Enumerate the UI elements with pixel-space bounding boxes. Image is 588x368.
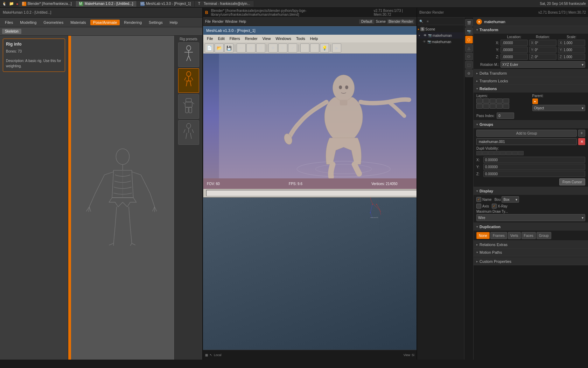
rotation-mode-dropdown[interactable]: XYZ Euler ▾ <box>500 61 585 68</box>
custom-props-header[interactable]: ▸ Custom Properties <box>474 258 588 265</box>
axis-checkbox[interactable] <box>476 204 481 209</box>
dv-4[interactable] <box>494 151 500 155</box>
mh-menu-pose-animate[interactable]: Pose/Animate <box>90 20 120 25</box>
prop-icon-scene[interactable]: 🎬 <box>465 19 473 27</box>
ml-select-all[interactable]: ⊞ <box>246 43 255 53</box>
meshlab-command-input[interactable] <box>206 190 416 196</box>
dupli-y-val[interactable]: 0.00000 <box>483 164 585 170</box>
add-group-plus-btn[interactable]: + <box>578 130 585 137</box>
outline-scene-item[interactable]: ▸ S Scene <box>417 26 464 32</box>
ml-move[interactable]: ✥ <box>268 43 278 53</box>
cam-vis-icon[interactable]: 📷 <box>428 34 432 37</box>
groups-header[interactable]: ▾ Groups <box>474 121 588 128</box>
preset-stick[interactable] <box>178 42 199 67</box>
dupl-group-btn[interactable]: Group <box>537 232 551 239</box>
mh-resize-handle[interactable] <box>68 36 71 360</box>
bou-dropdown[interactable]: Box ▾ <box>502 196 519 203</box>
ml-filters[interactable]: Filters <box>227 36 242 41</box>
delta-transform-header[interactable]: ▸ Delta Transform <box>474 69 588 77</box>
ml-render-btn[interactable]: ▶ <box>332 43 341 53</box>
ml-light[interactable]: 💡 <box>320 43 329 53</box>
layer-8[interactable] <box>490 104 496 109</box>
ml-save[interactable]: 💾 <box>224 43 233 53</box>
mh-menu-modelling[interactable]: Modelling <box>17 20 39 25</box>
layout-default[interactable]: Default <box>359 19 374 24</box>
menu-window[interactable]: Window <box>225 20 238 23</box>
mh-sub-skeleton[interactable]: Skeleton <box>2 29 21 34</box>
view-btn[interactable]: View <box>404 353 410 357</box>
layer-7[interactable] <box>483 104 489 109</box>
group-name-input[interactable]: makehuman.001 <box>476 138 577 145</box>
scale-x-field[interactable]: X:1.000 <box>558 40 585 46</box>
prop-icon-material[interactable]: ⬭ <box>465 53 473 60</box>
rot-x-field[interactable]: X:0° <box>529 40 556 46</box>
parent-type-dropdown[interactable]: Object ▾ <box>532 105 586 111</box>
loc-z-field[interactable]: .00000 <box>500 54 528 60</box>
relations-extras-header[interactable]: ▸ Relations Extras <box>474 241 588 248</box>
tab-blender[interactable]: B Blender* [/home/frankieza...] <box>19 1 76 7</box>
ml-select-none[interactable]: ⊟ <box>256 43 265 53</box>
dupli-x-val[interactable]: 0.00000 <box>483 157 585 163</box>
prop-icon-physics[interactable]: ⚙ <box>465 69 473 77</box>
loc-y-field[interactable]: .00000 <box>500 47 528 53</box>
dupl-verts-btn[interactable]: Verts <box>508 232 521 239</box>
layer-9[interactable] <box>496 104 503 109</box>
meshlab-titlebar[interactable]: MeshLab v1.3.0 - [Project_1] ─ □ ✕ <box>203 26 416 35</box>
ml-edit[interactable]: Edit <box>216 36 227 41</box>
ml-render[interactable]: Render <box>243 36 260 41</box>
view-icon[interactable]: ▦ <box>205 353 208 357</box>
motion-paths-header[interactable]: ▾ Motion Paths <box>474 248 588 256</box>
ml-box[interactable]: □ <box>300 43 309 53</box>
layer-6[interactable] <box>476 104 483 109</box>
mh-menu-settings[interactable]: Settings <box>146 20 166 25</box>
ml-sphere[interactable]: ○ <box>310 43 319 53</box>
outline-icon-filter[interactable]: ≡ <box>425 18 431 25</box>
dupli-z-val[interactable]: 0.00000 <box>483 171 585 177</box>
ml-tools[interactable]: Tools <box>294 36 307 41</box>
menu-help[interactable]: Help <box>239 20 246 23</box>
duplication-header[interactable]: ▾ Duplication <box>474 223 588 231</box>
preset-skeleton[interactable] <box>178 68 199 93</box>
from-cursor-btn[interactable]: From Cursor <box>559 178 585 185</box>
ml-windows[interactable]: Windows <box>273 36 293 41</box>
mh-menu-geometries[interactable]: Geometries <box>41 20 66 25</box>
pass-index-input[interactable]: 0 <box>497 113 514 119</box>
tab-makehuman[interactable]: M MakeHuman 1.0.2 - [Untitled...] <box>76 1 137 7</box>
display-header[interactable]: ▾ Display <box>474 187 588 195</box>
dv-8[interactable] <box>518 151 524 155</box>
layer-10[interactable] <box>503 104 509 109</box>
prop-icon-object[interactable]: ⬡ <box>465 36 473 43</box>
select-icon[interactable]: ↖ <box>210 353 212 357</box>
prop-icon-mesh[interactable]: △ <box>465 44 473 52</box>
name-checkbox[interactable]: ✓ <box>476 197 481 202</box>
layer-3[interactable] <box>490 98 496 103</box>
wire-dropdown[interactable]: Wire ▾ <box>476 214 585 221</box>
dv-5[interactable] <box>500 151 506 155</box>
preset-4[interactable] <box>178 120 199 145</box>
layer-1[interactable] <box>476 98 483 103</box>
eye-vis-icon[interactable]: 👁 <box>423 34 427 37</box>
add-to-group-btn[interactable]: Add to Group <box>476 130 577 137</box>
local-btn[interactable]: Local <box>214 353 222 357</box>
ml-file[interactable]: File <box>205 36 215 41</box>
group-clear-btn[interactable]: ✕ <box>578 138 585 145</box>
scale-z-field[interactable]: Z:1.000 <box>558 54 585 60</box>
outline-icon-search[interactable]: 🔍 <box>418 18 424 25</box>
ml-view[interactable]: View <box>260 36 273 41</box>
layer-5[interactable] <box>503 98 509 103</box>
dv-2[interactable] <box>482 151 488 155</box>
dupl-frames-btn[interactable]: Frames <box>490 232 507 239</box>
ml-rotate[interactable]: ↻ <box>278 43 287 53</box>
transform-locks-header[interactable]: ▸ Transform Locks <box>474 77 588 85</box>
meshlab-viewport[interactable] <box>203 54 416 178</box>
dv-6[interactable] <box>506 151 512 155</box>
prop-icon-texture[interactable]: ⬚ <box>465 61 473 69</box>
loc-x-field[interactable]: .00000 <box>500 40 528 46</box>
ml-new[interactable]: 📄 <box>205 43 214 53</box>
dv-7[interactable] <box>512 151 518 155</box>
xray-checkbox[interactable]: ✓ <box>492 204 497 209</box>
rot-z-field[interactable]: Z:0° <box>529 54 556 60</box>
tab-terminal[interactable]: T Terminal - frankiezafe@dyin... <box>195 1 254 7</box>
tab-meshlab[interactable]: ML MeshLab v1.3.0 - [Project_1] <box>137 1 195 7</box>
render-engine[interactable]: Blender Render <box>387 19 414 24</box>
